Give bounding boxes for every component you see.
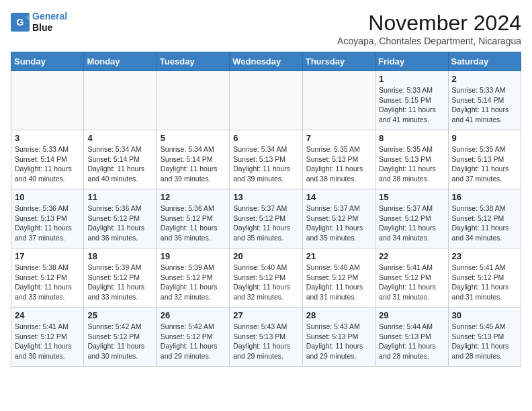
- day-detail: Sunrise: 5:34 AM Sunset: 5:14 PM Dayligh…: [87, 144, 152, 184]
- day-detail: Sunrise: 5:34 AM Sunset: 5:14 PM Dayligh…: [161, 144, 226, 184]
- day-detail: Sunrise: 5:42 AM Sunset: 5:12 PM Dayligh…: [87, 322, 152, 361]
- day-detail: Sunrise: 5:43 AM Sunset: 5:13 PM Dayligh…: [233, 322, 298, 361]
- weekday-header-monday: Monday: [84, 52, 157, 71]
- calendar-cell: 17Sunrise: 5:38 AM Sunset: 5:12 PM Dayli…: [11, 248, 84, 308]
- calendar-cell: 21Sunrise: 5:40 AM Sunset: 5:12 PM Dayli…: [302, 248, 375, 308]
- day-detail: Sunrise: 5:41 AM Sunset: 5:12 PM Dayligh…: [452, 263, 517, 302]
- day-number: 25: [87, 310, 152, 320]
- day-number: 21: [306, 251, 371, 261]
- day-detail: Sunrise: 5:45 AM Sunset: 5:13 PM Dayligh…: [452, 322, 517, 361]
- day-number: 4: [87, 133, 152, 143]
- calendar-cell: 27Sunrise: 5:43 AM Sunset: 5:13 PM Dayli…: [230, 308, 302, 367]
- day-number: 28: [306, 310, 371, 320]
- day-detail: Sunrise: 5:36 AM Sunset: 5:12 PM Dayligh…: [161, 203, 226, 243]
- day-number: 19: [161, 251, 226, 261]
- calendar-cell: 4Sunrise: 5:34 AM Sunset: 5:14 PM Daylig…: [84, 130, 157, 189]
- weekday-header-thursday: Thursday: [302, 52, 375, 71]
- calendar-week-row: 3Sunrise: 5:33 AM Sunset: 5:14 PM Daylig…: [11, 130, 521, 189]
- day-detail: Sunrise: 5:37 AM Sunset: 5:12 PM Dayligh…: [306, 203, 371, 243]
- day-number: 14: [306, 192, 371, 202]
- day-number: 13: [233, 192, 298, 202]
- calendar-cell: 23Sunrise: 5:41 AM Sunset: 5:12 PM Dayli…: [448, 248, 521, 308]
- day-number: 7: [306, 133, 371, 143]
- day-detail: Sunrise: 5:38 AM Sunset: 5:12 PM Dayligh…: [15, 263, 80, 302]
- day-detail: Sunrise: 5:44 AM Sunset: 5:13 PM Dayligh…: [379, 322, 444, 361]
- calendar-week-row: 24Sunrise: 5:41 AM Sunset: 5:12 PM Dayli…: [11, 308, 521, 367]
- calendar-cell: 28Sunrise: 5:43 AM Sunset: 5:13 PM Dayli…: [302, 308, 375, 367]
- day-number: 17: [15, 251, 80, 261]
- day-number: 16: [452, 192, 517, 202]
- calendar-cell: 25Sunrise: 5:42 AM Sunset: 5:12 PM Dayli…: [84, 308, 157, 367]
- calendar-cell: 29Sunrise: 5:44 AM Sunset: 5:13 PM Dayli…: [375, 308, 448, 367]
- calendar-week-row: 10Sunrise: 5:36 AM Sunset: 5:13 PM Dayli…: [11, 189, 521, 248]
- day-number: 26: [161, 310, 226, 320]
- day-detail: Sunrise: 5:39 AM Sunset: 5:12 PM Dayligh…: [161, 263, 226, 302]
- day-detail: Sunrise: 5:35 AM Sunset: 5:13 PM Dayligh…: [306, 144, 371, 184]
- day-number: 30: [452, 310, 517, 320]
- calendar-cell: [11, 71, 84, 130]
- calendar-cell: 19Sunrise: 5:39 AM Sunset: 5:12 PM Dayli…: [157, 248, 229, 308]
- calendar-cell: 5Sunrise: 5:34 AM Sunset: 5:14 PM Daylig…: [157, 130, 229, 189]
- day-detail: Sunrise: 5:42 AM Sunset: 5:12 PM Dayligh…: [161, 322, 226, 361]
- calendar-cell: 9Sunrise: 5:35 AM Sunset: 5:13 PM Daylig…: [448, 130, 521, 189]
- day-number: 24: [15, 310, 80, 320]
- day-number: 20: [233, 251, 298, 261]
- calendar-cell: [157, 71, 229, 130]
- day-number: 15: [379, 192, 444, 202]
- day-number: 11: [87, 192, 152, 202]
- day-detail: Sunrise: 5:37 AM Sunset: 5:12 PM Dayligh…: [233, 203, 298, 243]
- day-number: 5: [161, 133, 226, 143]
- day-detail: Sunrise: 5:33 AM Sunset: 5:14 PM Dayligh…: [452, 85, 517, 125]
- day-number: 18: [87, 251, 152, 261]
- calendar-cell: 30Sunrise: 5:45 AM Sunset: 5:13 PM Dayli…: [448, 308, 521, 367]
- calendar-cell: [84, 71, 157, 130]
- calendar-cell: 14Sunrise: 5:37 AM Sunset: 5:12 PM Dayli…: [302, 189, 375, 248]
- day-number: 8: [379, 133, 444, 143]
- day-number: 2: [452, 74, 517, 84]
- day-detail: Sunrise: 5:38 AM Sunset: 5:12 PM Dayligh…: [452, 203, 517, 243]
- calendar-cell: 20Sunrise: 5:40 AM Sunset: 5:12 PM Dayli…: [230, 248, 302, 308]
- day-number: 3: [15, 133, 80, 143]
- svg-text:G: G: [17, 16, 24, 27]
- calendar-cell: 15Sunrise: 5:37 AM Sunset: 5:12 PM Dayli…: [375, 189, 448, 248]
- day-detail: Sunrise: 5:34 AM Sunset: 5:13 PM Dayligh…: [233, 144, 298, 184]
- weekday-header-friday: Friday: [375, 52, 448, 71]
- weekday-header-sunday: Sunday: [11, 52, 84, 71]
- day-detail: Sunrise: 5:33 AM Sunset: 5:15 PM Dayligh…: [379, 85, 444, 125]
- day-detail: Sunrise: 5:33 AM Sunset: 5:14 PM Dayligh…: [15, 144, 80, 184]
- day-detail: Sunrise: 5:43 AM Sunset: 5:13 PM Dayligh…: [306, 322, 371, 361]
- calendar-cell: 22Sunrise: 5:41 AM Sunset: 5:12 PM Dayli…: [375, 248, 448, 308]
- day-number: 9: [452, 133, 517, 143]
- page-header: G General Blue November 2024 Acoyapa, Ch…: [11, 11, 521, 46]
- day-number: 27: [233, 310, 298, 320]
- title-block: November 2024 Acoyapa, Chontales Departm…: [337, 11, 521, 46]
- calendar-cell: 7Sunrise: 5:35 AM Sunset: 5:13 PM Daylig…: [302, 130, 375, 189]
- calendar-table: SundayMondayTuesdayWednesdayThursdayFrid…: [11, 52, 521, 367]
- calendar-cell: 1Sunrise: 5:33 AM Sunset: 5:15 PM Daylig…: [375, 71, 448, 130]
- day-detail: Sunrise: 5:36 AM Sunset: 5:12 PM Dayligh…: [87, 203, 152, 243]
- month-title: November 2024: [337, 11, 521, 36]
- calendar-cell: [302, 71, 375, 130]
- day-detail: Sunrise: 5:41 AM Sunset: 5:12 PM Dayligh…: [379, 263, 444, 302]
- day-number: 22: [379, 251, 444, 261]
- day-number: 6: [233, 133, 298, 143]
- calendar-cell: 12Sunrise: 5:36 AM Sunset: 5:12 PM Dayli…: [157, 189, 229, 248]
- day-detail: Sunrise: 5:36 AM Sunset: 5:13 PM Dayligh…: [15, 203, 80, 243]
- day-detail: Sunrise: 5:35 AM Sunset: 5:13 PM Dayligh…: [452, 144, 517, 184]
- day-number: 12: [161, 192, 226, 202]
- calendar-week-row: 17Sunrise: 5:38 AM Sunset: 5:12 PM Dayli…: [11, 248, 521, 308]
- day-number: 23: [452, 251, 517, 261]
- day-number: 10: [15, 192, 80, 202]
- weekday-header-tuesday: Tuesday: [157, 52, 229, 71]
- calendar-cell: [230, 71, 302, 130]
- calendar-cell: 26Sunrise: 5:42 AM Sunset: 5:12 PM Dayli…: [157, 308, 229, 367]
- day-detail: Sunrise: 5:37 AM Sunset: 5:12 PM Dayligh…: [379, 203, 444, 243]
- weekday-header-wednesday: Wednesday: [230, 52, 302, 71]
- calendar-week-row: 1Sunrise: 5:33 AM Sunset: 5:15 PM Daylig…: [11, 71, 521, 130]
- day-number: 29: [379, 310, 444, 320]
- day-number: 1: [379, 74, 444, 84]
- logo: G General Blue: [11, 11, 67, 34]
- calendar-cell: 11Sunrise: 5:36 AM Sunset: 5:12 PM Dayli…: [84, 189, 157, 248]
- calendar-cell: 8Sunrise: 5:35 AM Sunset: 5:13 PM Daylig…: [375, 130, 448, 189]
- calendar-cell: 10Sunrise: 5:36 AM Sunset: 5:13 PM Dayli…: [11, 189, 84, 248]
